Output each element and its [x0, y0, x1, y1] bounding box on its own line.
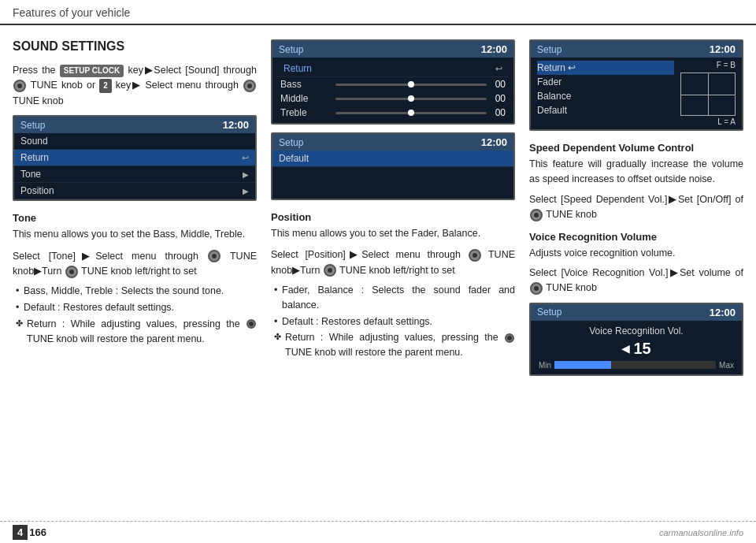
sdv-title: Speed Dependent Volume Control — [529, 142, 743, 154]
screen-body-5: Voice Recognition Vol. ◀ 15 Min Max — [531, 321, 742, 374]
tone-body: This menu allows you to set the Bass, Mi… — [13, 227, 257, 242]
intro-text-4: key▶ Select menu through — [116, 80, 239, 91]
vrv-select-para: Select [Voice Recognition Vol.]▶Set volu… — [529, 266, 743, 296]
bass-track — [335, 84, 487, 86]
screen-time-5: 12:00 — [710, 307, 736, 318]
menu-row-return-2: Return ↩ — [277, 61, 509, 77]
sdv-body: This feature will gradually increase the… — [529, 157, 743, 188]
chevron-tone-icon: ▶ — [243, 170, 249, 179]
num-badge-2: 2 — [99, 79, 112, 93]
section-title: SOUND SETTINGS — [13, 39, 257, 54]
return-arrow-icon: ↩ — [242, 153, 249, 163]
screen-row-treble: Treble 00 — [277, 106, 509, 120]
fader-fb-label: F = B — [717, 61, 736, 69]
screen-time-2: 12:00 — [481, 43, 507, 55]
bass-slider — [335, 84, 487, 86]
screen-body-3: Default — [272, 151, 513, 199]
tune-knob-inline-1 — [246, 319, 256, 329]
middle-label: Middle — [280, 93, 335, 104]
screen-title-4: Setup — [537, 44, 561, 55]
vrv-title: Voice Recognition Volume — [529, 231, 743, 243]
screen-empty-space — [272, 167, 513, 199]
fader-screen-body: Return ↩ Fader Balance Default F = B L =… — [531, 58, 742, 129]
f-b-label: F = B — [717, 61, 736, 69]
l-a-label: L = A — [717, 117, 736, 126]
tune-knob-icon-6 — [324, 264, 336, 277]
sdv-select-text: Select [Speed Dependent Vol.]▶Set [On/Of… — [529, 194, 743, 205]
menu-row-return: Return ↩ — [14, 150, 255, 166]
vrv-select-text: Select [Voice Recognition Vol.]▶Set volu… — [529, 267, 743, 278]
bullet-fader: Fader, Balance : Selects the sound fader… — [274, 283, 515, 313]
setup-screen-5: Setup 12:00 Voice Recognition Vol. ◀ 15 … — [529, 303, 743, 376]
position-title: Position — [271, 211, 515, 223]
screen-title-1: Setup — [20, 120, 45, 131]
tune-knob-inline-2 — [505, 333, 514, 343]
middle-value: 00 — [487, 93, 506, 104]
screen-title-2: Setup — [279, 44, 303, 55]
screen-header-5: Setup 12:00 — [531, 304, 742, 321]
cross-return-pos: Return : While adjusting values, pressin… — [274, 330, 515, 360]
tune-knob-icon-1 — [13, 80, 26, 92]
fader-return-row: Return ↩ — [537, 61, 674, 75]
screen-row-bass: Bass 00 — [277, 77, 509, 91]
tone-select-text: Select [Tone]▶Select menu through — [13, 251, 198, 262]
position-select-para: Select [Position]▶Select menu through TU… — [271, 247, 515, 278]
voice-vol-arrow-icon: ◀ — [621, 342, 630, 355]
intro-text-1: Press the — [13, 65, 56, 76]
bass-label: Bass — [280, 79, 335, 90]
tone-select-text3: TUNE knob left/right to set — [81, 266, 197, 277]
screen-body-1: Sound Return ↩ Tone ▶ Position ▶ — [14, 133, 255, 199]
middle-slider — [335, 98, 487, 100]
menu-row-tone: Tone ▶ — [14, 166, 255, 183]
tune-knob-icon-8 — [530, 282, 543, 295]
screen-header-4: Setup 12:00 — [531, 41, 742, 58]
screen-time-4: 12:00 — [710, 43, 736, 55]
right-column: Setup 12:00 Return ↩ Fader Balance Defau… — [529, 39, 743, 384]
screen-row-middle: Middle 00 — [277, 91, 509, 106]
bass-thumb — [408, 81, 414, 87]
fader-v-line — [708, 73, 709, 115]
main-content: SOUND SETTINGS Press the SETUP CLOCK key… — [0, 25, 756, 392]
setup-screen-3: Setup 12:00 Default — [271, 132, 515, 200]
screen-header-2: Setup 12:00 — [272, 41, 513, 58]
tune-knob-icon-5 — [469, 249, 481, 262]
treble-label: Treble — [280, 107, 335, 118]
vol-max-label: Max — [719, 361, 734, 370]
footer-page-group: 4 166 — [13, 525, 46, 540]
left-column: SOUND SETTINGS Press the SETUP CLOCK key… — [13, 39, 257, 384]
screen-title-5: Setup — [537, 307, 561, 318]
chevron-position-icon: ▶ — [243, 187, 249, 195]
tone-title: Tone — [13, 212, 257, 224]
bullet-default-pos: Default : Restores default settings. — [274, 314, 515, 329]
position-body: This menu allows you to set the Fader, B… — [271, 226, 515, 241]
sdv-select-para: Select [Speed Dependent Vol.]▶Set [On/Of… — [529, 192, 743, 223]
default-row: Default — [537, 103, 674, 117]
sdv-select-text2: TUNE knob — [546, 209, 597, 220]
treble-value: 00 — [487, 107, 506, 118]
vol-bar-bg — [554, 361, 716, 369]
tune-knob-icon-3 — [208, 250, 220, 262]
voice-vol-bar-row: Min Max — [539, 361, 734, 370]
footer: 4 166 carmanualsonline.info — [0, 521, 756, 543]
fader-grid-side: F = B L = A — [680, 61, 736, 126]
tune-knob-icon-2 — [243, 80, 256, 92]
cross-return-tone: Return : While adjusting values, pressin… — [16, 317, 257, 347]
bullet-default-tone: Default : Restores default settings. — [16, 300, 257, 315]
menu-row-default: Default — [272, 151, 513, 167]
tune-knob-icon-4 — [65, 266, 78, 278]
tune-knob-icon-7 — [530, 209, 543, 221]
intro-text-2: key▶Select [Sound] through — [128, 65, 257, 76]
intro-text-5: TUNE knob — [13, 95, 64, 106]
footer-page-num: 166 — [29, 526, 46, 538]
bass-value: 00 — [487, 79, 506, 90]
voice-vol-number: 15 — [633, 340, 650, 358]
setup-screen-2: Setup 12:00 Return ↩ Bass 00 Middle — [271, 39, 515, 125]
return-arrow-2-icon: ↩ — [495, 64, 502, 74]
vrv-body: Adjusts voice recognition volume. — [529, 246, 743, 261]
menu-row-sound: Sound — [14, 133, 255, 150]
screen-time-1: 12:00 — [223, 119, 249, 131]
setup-screen-1: Setup 12:00 Sound Return ↩ Tone ▶ Positi… — [13, 115, 257, 201]
treble-thumb — [408, 110, 414, 116]
setup-badge: SETUP CLOCK — [60, 65, 124, 77]
pos-select-text3: TUNE knob left/right to set — [339, 265, 455, 276]
